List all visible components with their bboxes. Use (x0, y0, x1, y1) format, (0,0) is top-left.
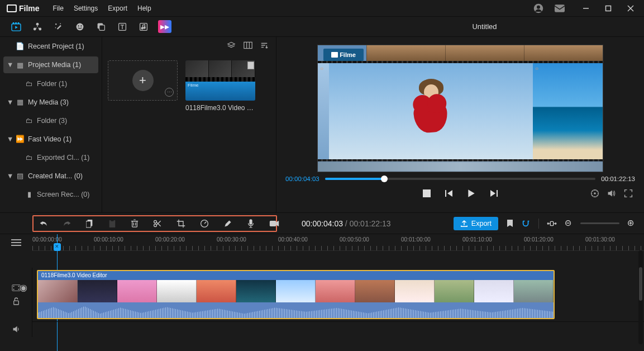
preview-subject (406, 78, 456, 150)
record-button[interactable] (269, 219, 279, 229)
svg-rect-43 (132, 221, 137, 227)
split-button[interactable] (153, 219, 162, 229)
vertical-scrollbar[interactable] (638, 250, 643, 344)
delete-button[interactable] (131, 219, 139, 229)
camera-icon: ▮ (25, 190, 34, 199)
svg-point-15 (55, 23, 56, 25)
sidebar-label: Exported Cl... (1) (37, 154, 89, 162)
tab-media-icon[interactable] (10, 21, 22, 33)
crop-button[interactable] (176, 219, 185, 229)
export-button[interactable]: Export (454, 217, 498, 230)
titlebar: Filme File Settings Export Help (0, 0, 644, 17)
svg-point-25 (141, 27, 143, 29)
columns-icon[interactable] (244, 41, 252, 49)
snap-icon[interactable] (522, 220, 531, 227)
copy-button[interactable] (86, 219, 94, 229)
sidebar-fast-video[interactable]: ▼⏩Fast Video (1) (0, 130, 102, 148)
menu-export[interactable]: Export (108, 4, 127, 12)
svg-point-16 (60, 23, 61, 24)
account-icon[interactable] (531, 1, 546, 16)
stop-button[interactable] (421, 188, 432, 199)
sidebar-label: Folder (1) (37, 80, 67, 88)
settings-gear-icon[interactable] (590, 189, 599, 198)
sidebar-project-folder[interactable]: 🗀Folder (1) (0, 74, 102, 93)
audio-track[interactable] (32, 321, 644, 337)
timeline-ruler[interactable]: 00:00:00:00 00:00:10:00 00:00:20:00 00:0… (32, 234, 644, 251)
grid-icon: ▦ (16, 98, 25, 107)
speaker-icon[interactable] (12, 325, 20, 333)
tab-nodes-icon[interactable] (31, 21, 44, 33)
import-media-tile[interactable]: + ⋯ (108, 60, 178, 101)
speed-button[interactable] (200, 219, 209, 229)
marker-icon[interactable] (506, 219, 514, 228)
zoom-slider[interactable] (580, 222, 619, 224)
window-maximize[interactable] (598, 1, 618, 16)
svg-marker-49 (276, 221, 279, 226)
video-track[interactable]: 0118Filme3.0 Video Editor (32, 268, 644, 321)
sidebar-project-media[interactable]: ▼▦Project Media (1) (3, 56, 98, 73)
tab-effects-icon[interactable] (53, 21, 65, 33)
paste-button[interactable] (108, 219, 116, 229)
sidebar-label: Created Mat... (0) (28, 172, 83, 180)
tab-stickers-icon[interactable] (74, 21, 86, 33)
preview-time-total: 00:01:22:13 (601, 176, 635, 182)
play-button[interactable] (466, 188, 477, 199)
svg-rect-47 (249, 219, 252, 225)
sidebar-exported[interactable]: 🗀Exported Cl... (1) (0, 148, 102, 167)
svg-rect-42 (111, 219, 113, 221)
audio-track-header (0, 321, 32, 337)
tab-overlay-icon[interactable] (95, 21, 107, 33)
svg-rect-2 (555, 4, 565, 12)
sidebar-label: Screen Rec... (0) (37, 191, 89, 198)
mail-icon[interactable] (552, 1, 567, 16)
media-clip-tile[interactable]: Filme 0118Filme3.0 Video Ed... (185, 60, 255, 112)
menu-file[interactable]: File (53, 4, 64, 12)
voiceover-button[interactable] (247, 219, 255, 229)
redo-button[interactable] (63, 219, 71, 229)
more-icon[interactable]: ⋯ (165, 88, 174, 97)
sidebar-label: Project Media (1) (28, 61, 81, 69)
sort-icon[interactable] (260, 41, 268, 49)
sidebar-my-folder[interactable]: 🗀Folder (3) (0, 111, 102, 130)
undo-button[interactable] (39, 219, 48, 229)
mode-tabs: ▸▸ Untitled (0, 17, 644, 37)
visibility-icon[interactable]: ◉ (20, 282, 27, 293)
ruler-tick: 00:01:20:00 (524, 236, 554, 243)
sidebar-label: Folder (3) (37, 117, 67, 125)
color-edit-button[interactable] (223, 219, 232, 229)
hatch-icon: ▨ (16, 172, 25, 181)
scrubber-handle[interactable] (381, 176, 388, 182)
sidebar-screen-rec[interactable]: ▮Screen Rec... (0) (0, 185, 102, 203)
folder-icon: 🗀 (25, 116, 34, 125)
fit-icon[interactable] (547, 220, 557, 227)
window-close[interactable] (621, 1, 641, 16)
lock-icon[interactable] (13, 297, 20, 305)
window-minimize[interactable] (576, 1, 596, 16)
zoom-out-icon[interactable] (565, 220, 573, 227)
svg-rect-50 (550, 221, 553, 225)
preview-scrubber[interactable] (325, 178, 595, 180)
tab-text-icon[interactable] (116, 21, 128, 33)
svg-point-26 (144, 27, 145, 29)
timeline-menu-icon[interactable] (0, 234, 32, 251)
zoom-in-icon[interactable] (627, 220, 635, 227)
main-menu: File Settings Export Help (53, 4, 151, 12)
next-frame-button[interactable] (488, 188, 499, 199)
menu-settings[interactable]: Settings (74, 4, 98, 12)
menu-help[interactable]: Help (137, 4, 151, 12)
prev-frame-button[interactable] (443, 188, 455, 199)
sidebar-created-materials[interactable]: ▼▨Created Mat... (0) (0, 167, 102, 185)
tab-transition-icon[interactable]: ▸▸ (159, 21, 171, 33)
sidebar-my-media[interactable]: ▼▦My Media (3) (0, 93, 102, 111)
fullscreen-icon[interactable] (624, 189, 633, 198)
svg-point-45 (154, 224, 157, 226)
volume-icon[interactable] (607, 189, 616, 198)
ruler-tick: 00:00:50:00 (340, 236, 369, 243)
sidebar-recent-project[interactable]: 📄Recent Project (1) (0, 37, 102, 55)
svg-point-19 (78, 25, 79, 26)
timeline-clip[interactable]: 0118Filme3.0 Video Editor (37, 270, 555, 319)
tab-audio-icon[interactable] (137, 21, 150, 33)
layers-icon[interactable] (227, 41, 236, 49)
svg-point-17 (55, 27, 56, 28)
preview-monitor[interactable]: Filme (317, 45, 603, 172)
